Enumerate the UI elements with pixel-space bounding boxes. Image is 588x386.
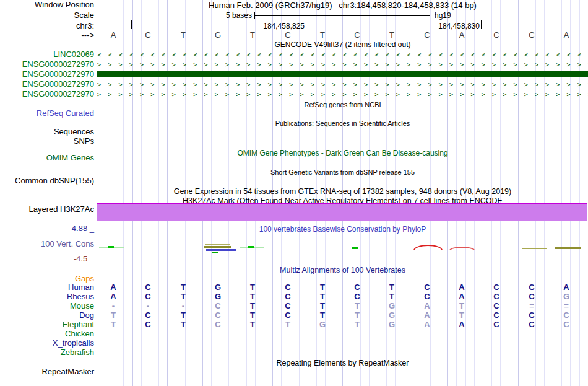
track-title-publications-sequences-in-sc: Publications: Sequences in Scientific Ar…	[97, 119, 588, 128]
track-title-multiz-alignments-of-100-ver: Multiz Alignments of 100 Vertebrates	[97, 266, 588, 274]
track-title-refseq-genes-from-ncbi: RefSeq genes from NCBI	[97, 100, 588, 109]
track-label-linc02069[interactable]: LINC02069	[0, 50, 94, 59]
assembly-label: hg19	[435, 11, 451, 20]
position-tick-left	[306, 20, 306, 29]
alignment-base: T	[106, 311, 120, 320]
track-label-100-vert-cons[interactable]: 100 Vert. Cons	[0, 240, 94, 248]
alignment-base: -	[141, 302, 155, 310]
alignment-base: C	[141, 292, 155, 301]
alignment-row-rhesus[interactable]: ACTGTCTCTCACCG	[97, 292, 588, 302]
alignment-row-x-tropicalis[interactable]	[97, 339, 588, 348]
alignment-base: T	[385, 283, 399, 292]
alignment-row-dog[interactable]: TCTCTCTTGATCCC	[97, 311, 588, 320]
sequence-base: T	[316, 31, 329, 40]
track-label-dog[interactable]: Dog	[0, 311, 94, 320]
alignment-base: T	[246, 320, 259, 329]
track-title-gene-expression-in-54-tissue: Gene Expression in 54 tissues from GTEx …	[97, 187, 588, 196]
position-label-right: 184,458,830	[431, 22, 480, 30]
alignment-base: T	[316, 283, 329, 292]
sequence-base: A	[455, 31, 469, 40]
track-label-elephant[interactable]: Elephant	[0, 320, 94, 329]
alignment-base: T	[246, 283, 259, 292]
alignment-base: C	[525, 320, 538, 329]
track-label-4-88-: 4.88 _	[0, 224, 94, 233]
scale-value-label: 5 bases	[221, 11, 252, 20]
track-label-ensg00000272970[interactable]: ENSG00000272970	[0, 60, 94, 69]
alignment-base: T	[316, 311, 329, 320]
alignment-base: =	[525, 302, 538, 310]
alignment-base: G	[560, 292, 573, 301]
gene-strand-arrows-right[interactable]: > > > > > > > > > > > > > > > > > > > > …	[97, 91, 588, 99]
alignment-base: T	[246, 302, 259, 310]
alignment-base: A	[560, 283, 573, 292]
track-label-layered-h3k27ac[interactable]: Layered H3K27Ac	[0, 205, 94, 214]
alignment-base: A	[420, 302, 434, 310]
alignment-base: T	[176, 283, 190, 292]
track-label-sequences[interactable]: Sequences	[0, 128, 94, 136]
gene-strand-arrows-right[interactable]: > > > > > > > > > > > > > > > > > > > > …	[97, 61, 588, 69]
track-label-x-tropicalis[interactable]: X_tropicalis	[0, 339, 94, 348]
position-tick-minor	[131, 20, 132, 29]
alignment-base: C	[490, 283, 503, 292]
alignment-base: T	[176, 311, 190, 320]
alignment-base: T	[455, 311, 469, 320]
track-label-mouse[interactable]: Mouse	[0, 302, 94, 310]
conservation-segment	[416, 250, 441, 250]
alignment-row-human[interactable]: ACTGTCTCTCACCA	[97, 283, 588, 292]
sequence-base: C	[141, 31, 155, 40]
track-label-omim-genes[interactable]: OMIM Genes	[0, 154, 94, 162]
alignment-base: T	[455, 302, 469, 310]
alignment-base: A	[106, 283, 120, 292]
track-title-gencode-v49lift37-2-items-fi: GENCODE V49lift37 (2 items filtered out)	[97, 40, 588, 49]
track-label-rhesus[interactable]: Rhesus	[0, 292, 94, 301]
track-label-zebrafish[interactable]: Zebrafish	[0, 348, 94, 357]
alignment-base: C	[141, 311, 155, 320]
gene-exon-bar[interactable]	[97, 71, 588, 77]
conservation-peak	[108, 246, 114, 248]
track-label-gaps[interactable]: Gaps	[0, 274, 94, 283]
sequence-base: C	[350, 31, 364, 40]
alignment-base: C	[560, 320, 573, 329]
track-label-ensg00000272970[interactable]: ENSG00000272970	[0, 80, 94, 89]
alignment-row-mouse[interactable]: ---CTCTTGATC==	[97, 302, 588, 311]
sequence-base: C	[420, 31, 434, 40]
track-label-repeatmasker[interactable]: RepeatMasker	[0, 367, 94, 376]
layered-h3k27ac-bar[interactable]	[97, 203, 587, 221]
alignment-base: -	[106, 302, 120, 310]
track-label-snps[interactable]: SNPs	[0, 137, 94, 146]
alignment-base: T	[176, 320, 190, 329]
track-label-chicken[interactable]: Chicken	[0, 330, 94, 338]
gene-strand-arrows-left[interactable]: < < < < < < < < < < < < < < < < < < < < …	[97, 51, 588, 59]
alignment-row-zebrafish[interactable]	[97, 348, 588, 357]
scale-bar-tick-left	[254, 12, 255, 19]
alignment-base: A	[455, 320, 469, 329]
sequence-base: C	[490, 31, 503, 40]
alignment-row-elephant[interactable]: TCTCTTGTGAACCC	[97, 320, 588, 330]
position-label-left: 184,458,825	[256, 22, 305, 30]
track-label-ensg00000272970[interactable]: ENSG00000272970	[0, 90, 94, 99]
conservation-segment	[204, 246, 231, 248]
alignment-base: A	[106, 292, 120, 301]
track-label-ensg00000272970[interactable]: ENSG00000272970	[0, 70, 94, 79]
track-title-omim-gene-phenotypes-dark-gr: OMIM Gene Phenotypes - Dark Green Can Be…	[97, 149, 588, 157]
conservation-arc	[449, 247, 475, 250]
alignment-base: -	[176, 302, 190, 310]
alignment-row-chicken[interactable]	[97, 330, 588, 339]
track-label-common-dbsnp-155-[interactable]: Common dbSNP(155)	[0, 177, 94, 185]
sequence-base: G	[211, 31, 225, 40]
sequence-base: A	[106, 31, 120, 40]
alignment-base: C	[560, 311, 573, 320]
conservation-segment	[206, 249, 236, 251]
alignment-base: C	[420, 292, 434, 301]
track-label-chr3-: chr3:	[0, 22, 94, 30]
sequence-base: T	[385, 31, 399, 40]
scale-bar-line	[254, 15, 430, 16]
alignment-base: G	[385, 302, 399, 310]
track-label-refseq-curated[interactable]: RefSeq Curated	[0, 109, 94, 118]
gene-strand-arrows-right[interactable]: > > > > > > > > > > > > > > > > > > > > …	[97, 81, 588, 89]
alignment-base: T	[385, 292, 399, 301]
alignment-base: T	[350, 311, 364, 320]
conservation-peak	[352, 247, 358, 249]
track-label-human[interactable]: Human	[0, 283, 94, 292]
alignment-base: G	[211, 292, 225, 301]
